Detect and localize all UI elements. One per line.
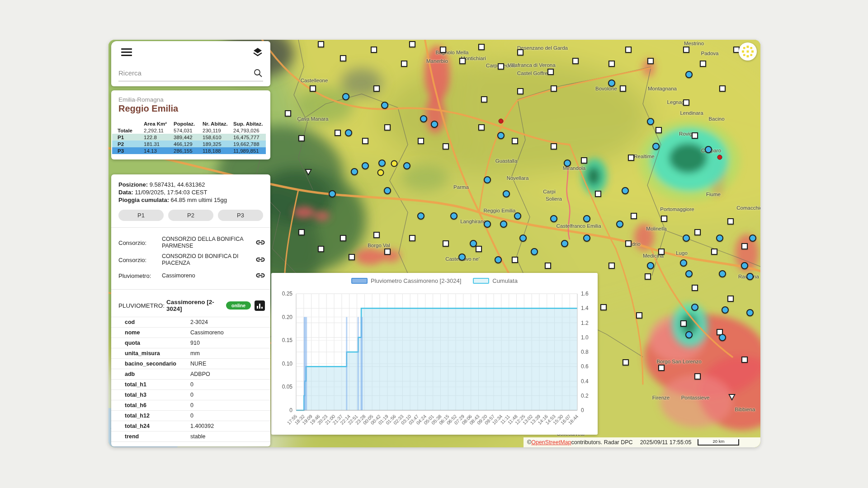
station-marker-square[interactable]: [620, 85, 626, 92]
station-marker-circle[interactable]: [616, 221, 623, 228]
station-marker-circle[interactable]: [608, 80, 615, 87]
station-marker-circle[interactable]: [622, 187, 629, 194]
region-row-p1[interactable]: P1 122.8 389,442 158,610 16,475,777: [112, 134, 266, 141]
station-marker-square[interactable]: [628, 155, 634, 161]
station-marker-square[interactable]: [512, 257, 518, 263]
station-marker-circle[interactable]: [705, 146, 712, 153]
station-marker-circle[interactable]: [381, 102, 388, 109]
station-marker-triangle[interactable]: [728, 394, 736, 401]
station-marker-circle[interactable]: [719, 270, 726, 277]
station-marker-square[interactable]: [545, 263, 551, 269]
openstreetmap-link[interactable]: OpenStreetMap: [531, 439, 571, 446]
station-marker-square[interactable]: [661, 216, 667, 222]
station-marker-square[interactable]: [498, 63, 504, 70]
region-row-p3[interactable]: P3 14.13 286,155 118,188 11,989,851: [112, 147, 266, 154]
station-marker-square[interactable]: [625, 240, 632, 247]
station-marker-square[interactable]: [517, 49, 524, 56]
station-marker-square[interactable]: [340, 55, 346, 61]
station-marker-circle[interactable]: [484, 176, 491, 183]
station-marker-circle[interactable]: [470, 240, 477, 247]
station-marker-circle[interactable]: [683, 235, 690, 242]
station-marker-square[interactable]: [656, 127, 662, 133]
station-marker-square[interactable]: [719, 85, 726, 92]
station-marker-circle[interactable]: [741, 262, 748, 269]
station-marker-circle[interactable]: [431, 121, 438, 128]
station-marker-circle[interactable]: [342, 93, 349, 100]
station-marker-circle[interactable]: [450, 212, 458, 220]
station-marker-square[interactable]: [459, 58, 466, 64]
station-marker-square[interactable]: [700, 61, 706, 67]
station-marker-square[interactable]: [694, 373, 701, 380]
station-marker-circle[interactable]: [417, 212, 425, 220]
station-marker-square[interactable]: [418, 138, 424, 144]
station-marker-circle[interactable]: [746, 273, 754, 280]
station-marker-square[interactable]: [683, 99, 689, 106]
p1-button[interactable]: P1: [118, 210, 164, 221]
station-marker-square[interactable]: [581, 157, 587, 164]
station-marker-square[interactable]: [298, 135, 305, 141]
station-marker-red[interactable]: [499, 119, 504, 124]
station-marker-square[interactable]: [384, 124, 391, 131]
station-marker-circle[interactable]: [746, 309, 754, 316]
station-marker-square[interactable]: [384, 249, 391, 255]
station-marker-square[interactable]: [694, 229, 701, 235]
station-marker-square[interactable]: [512, 138, 518, 144]
station-marker-circle[interactable]: [384, 187, 391, 194]
station-marker-square[interactable]: [349, 254, 355, 260]
station-marker-square[interactable]: [551, 85, 557, 92]
station-marker-circle[interactable]: [722, 306, 729, 314]
station-marker-square[interactable]: [741, 357, 748, 363]
menu-icon[interactable]: [121, 48, 132, 56]
station-marker-square[interactable]: [595, 191, 601, 197]
link-icon[interactable]: [255, 237, 266, 248]
station-marker-circle[interactable]: [685, 331, 693, 338]
link-icon[interactable]: [255, 254, 266, 265]
chart-icon[interactable]: [255, 300, 265, 311]
station-marker-square[interactable]: [547, 69, 554, 75]
station-marker-square[interactable]: [711, 249, 717, 255]
station-marker-circle[interactable]: [652, 143, 660, 150]
p2-button[interactable]: P2: [168, 210, 213, 221]
station-marker-square[interactable]: [478, 124, 485, 131]
station-marker-yellow[interactable]: [377, 169, 384, 176]
station-marker-circle[interactable]: [647, 118, 654, 125]
station-marker-square[interactable]: [443, 240, 449, 247]
link-icon[interactable]: [255, 270, 266, 281]
station-marker-square[interactable]: [517, 88, 524, 94]
station-marker-circle[interactable]: [484, 221, 491, 228]
station-marker-square[interactable]: [340, 235, 346, 241]
station-marker-square[interactable]: [645, 273, 651, 280]
station-marker-square[interactable]: [371, 47, 377, 53]
station-marker-square[interactable]: [373, 85, 380, 92]
station-marker-circle[interactable]: [531, 248, 538, 255]
station-marker-square[interactable]: [647, 58, 654, 64]
p3-button[interactable]: P3: [218, 210, 263, 221]
station-marker-circle[interactable]: [519, 235, 527, 242]
legend-cumulata[interactable]: Cumulata: [473, 277, 518, 284]
station-marker-circle[interactable]: [514, 212, 521, 220]
station-marker-square[interactable]: [443, 143, 449, 150]
region-row-p2[interactable]: P2 181.31 466,129 189,325 19,662,788: [112, 141, 266, 147]
station-marker-square[interactable]: [609, 263, 615, 269]
station-marker-circle[interactable]: [403, 162, 410, 169]
station-marker-square[interactable]: [478, 44, 485, 50]
station-marker-triangle[interactable]: [305, 169, 312, 176]
station-marker-square[interactable]: [692, 132, 698, 139]
station-marker-square[interactable]: [623, 359, 629, 366]
station-marker-red[interactable]: [717, 155, 722, 160]
station-marker-square[interactable]: [285, 110, 291, 117]
station-marker-circle[interactable]: [497, 132, 505, 139]
station-marker-circle[interactable]: [329, 190, 336, 197]
station-marker-square[interactable]: [658, 249, 665, 255]
station-marker-circle[interactable]: [345, 129, 352, 136]
station-marker-circle[interactable]: [561, 240, 568, 247]
search-icon[interactable]: [253, 68, 263, 78]
station-marker-square[interactable]: [727, 218, 734, 225]
station-marker-circle[interactable]: [583, 215, 590, 222]
station-marker-circle[interactable]: [503, 190, 510, 197]
station-marker-circle[interactable]: [685, 71, 693, 78]
station-marker-square[interactable]: [683, 47, 689, 53]
legend-pluviometro[interactable]: Pluviometro Cassimoreno [2-3024]: [351, 277, 461, 284]
station-marker-square[interactable]: [658, 365, 665, 371]
station-marker-square[interactable]: [551, 143, 557, 150]
